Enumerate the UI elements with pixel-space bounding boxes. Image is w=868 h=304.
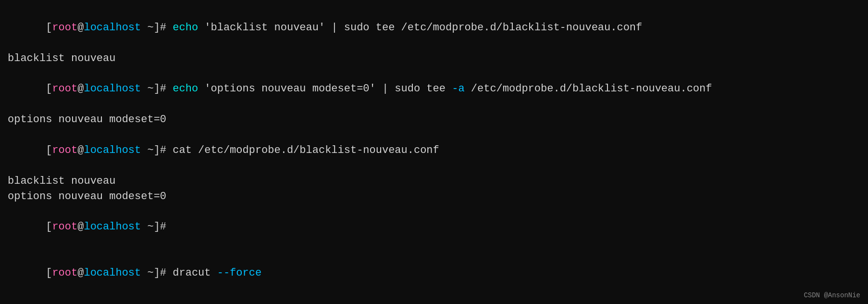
terminal-line-5: [root@localhost ~]# dracut --force bbox=[8, 250, 860, 296]
cmd-arg-1: 'blacklist nouveau' | sudo tee /etc/modp… bbox=[198, 22, 642, 34]
cmd-force-flag: --force bbox=[217, 267, 261, 279]
prompt-2: [root@localhost ~]# bbox=[46, 83, 173, 95]
terminal-output-upper: [root@localhost ~]# echo 'blacklist nouv… bbox=[8, 5, 860, 304]
terminal-line-2: [root@localhost ~]# echo 'options nouvea… bbox=[8, 66, 860, 113]
cmd-flag-a: -a bbox=[452, 83, 464, 95]
terminal-line-3: [root@localhost ~]# cat /etc/modprobe.d/… bbox=[8, 127, 860, 174]
cmd-dracut: dracut bbox=[173, 267, 217, 279]
output-3a: blacklist nouveau bbox=[8, 174, 860, 189]
prompt-1: [root@localhost ~]# bbox=[46, 22, 173, 34]
terminal-line-4: [root@localhost ~]# bbox=[8, 204, 860, 251]
prompt-4: [root@localhost ~]# bbox=[46, 221, 173, 233]
cmd-path-2: /etc/modprobe.d/blacklist-nouveau.conf bbox=[465, 83, 712, 95]
output-2: options nouveau modeset=0 bbox=[8, 112, 860, 127]
output-1: blacklist nouveau bbox=[8, 51, 860, 66]
prompt-5: [root@localhost ~]# bbox=[46, 267, 173, 279]
cmd-arg-2: 'options nouveau modeset=0' | sudo tee bbox=[198, 83, 452, 95]
cmd-echo-1: echo bbox=[173, 22, 198, 34]
cmd-echo-2: echo bbox=[173, 83, 198, 95]
output-3b: options nouveau modeset=0 bbox=[8, 189, 860, 204]
watermark: CSDN @AnsonNie bbox=[804, 291, 860, 300]
terminal[interactable]: [root@localhost ~]# echo 'blacklist nouv… bbox=[0, 0, 868, 304]
prompt-3: [root@localhost ~]# bbox=[46, 144, 173, 156]
cmd-cat: cat /etc/modprobe.d/blacklist-nouveau.co… bbox=[173, 144, 439, 156]
terminal-line-6: [root@localhost ~]# reboot bbox=[8, 296, 860, 304]
terminal-line-1: [root@localhost ~]# echo 'blacklist nouv… bbox=[8, 5, 860, 51]
